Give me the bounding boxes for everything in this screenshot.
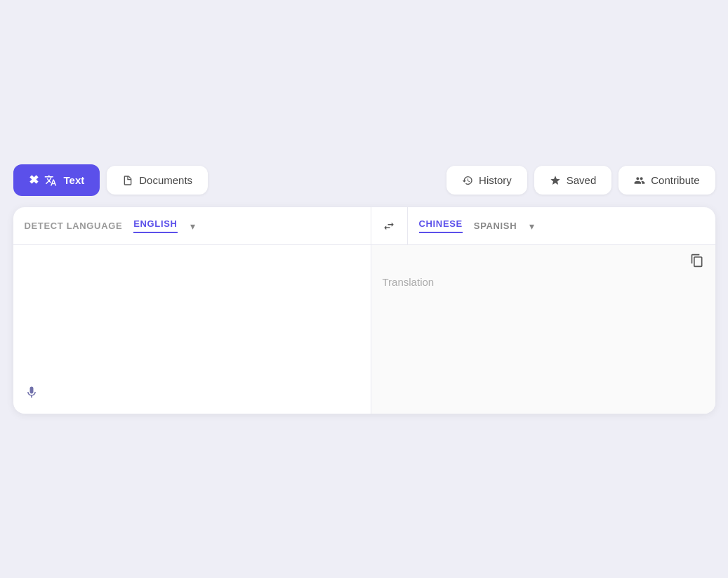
text-tab-label: Text bbox=[64, 174, 85, 186]
contribute-label: Contribute bbox=[651, 174, 699, 186]
target-lang-chevron[interactable]: ▾ bbox=[529, 221, 534, 232]
target-language-bar: CHINESE SPANISH ▾ bbox=[408, 207, 715, 244]
nav-left: ✖︎ Text Documents bbox=[13, 164, 209, 196]
star-icon bbox=[550, 175, 561, 186]
output-panel: Translation bbox=[371, 245, 715, 414]
source-lang-chevron[interactable]: ▾ bbox=[190, 221, 195, 232]
spanish-language-option[interactable]: SPANISH bbox=[474, 221, 517, 231]
microphone-button[interactable] bbox=[25, 385, 39, 402]
chinese-language-option[interactable]: CHINESE bbox=[419, 218, 463, 233]
top-nav: ✖︎ Text Documents History bbox=[13, 164, 715, 207]
translation-output: Translation bbox=[383, 256, 704, 288]
saved-button[interactable]: Saved bbox=[534, 166, 612, 195]
history-icon bbox=[462, 175, 473, 186]
language-bar: DETECT LANGUAGE ENGLISH ▾ CHINESE SPANIS… bbox=[13, 207, 715, 245]
text-tab-button[interactable]: ✖︎ Text bbox=[13, 164, 100, 196]
source-language-bar: DETECT LANGUAGE ENGLISH ▾ bbox=[13, 207, 371, 244]
history-label: History bbox=[479, 174, 512, 186]
documents-tab-label: Documents bbox=[139, 174, 192, 186]
source-text-input[interactable] bbox=[25, 256, 359, 402]
english-language-option[interactable]: ENGLISH bbox=[133, 218, 177, 233]
documents-tab-button[interactable]: Documents bbox=[107, 166, 208, 195]
translate-icon-svg bbox=[44, 174, 57, 187]
swap-cell bbox=[371, 207, 408, 244]
translator-card: DETECT LANGUAGE ENGLISH ▾ CHINESE SPANIS… bbox=[13, 207, 715, 414]
contribute-icon bbox=[634, 175, 645, 186]
detect-language-option[interactable]: DETECT LANGUAGE bbox=[25, 221, 123, 231]
document-icon bbox=[122, 175, 133, 186]
swap-icon bbox=[383, 220, 395, 232]
copy-button[interactable] bbox=[690, 254, 704, 268]
translation-panels: Translation bbox=[13, 245, 715, 414]
contribute-button[interactable]: Contribute bbox=[618, 166, 715, 195]
history-button[interactable]: History bbox=[446, 166, 527, 195]
app-container: ✖︎ Text Documents History bbox=[13, 164, 715, 414]
swap-languages-button[interactable] bbox=[375, 212, 403, 240]
saved-label: Saved bbox=[567, 174, 597, 186]
translate-icon: ✖︎ bbox=[29, 173, 39, 188]
nav-right: History Saved Contribute bbox=[446, 166, 715, 195]
input-panel bbox=[13, 245, 371, 414]
